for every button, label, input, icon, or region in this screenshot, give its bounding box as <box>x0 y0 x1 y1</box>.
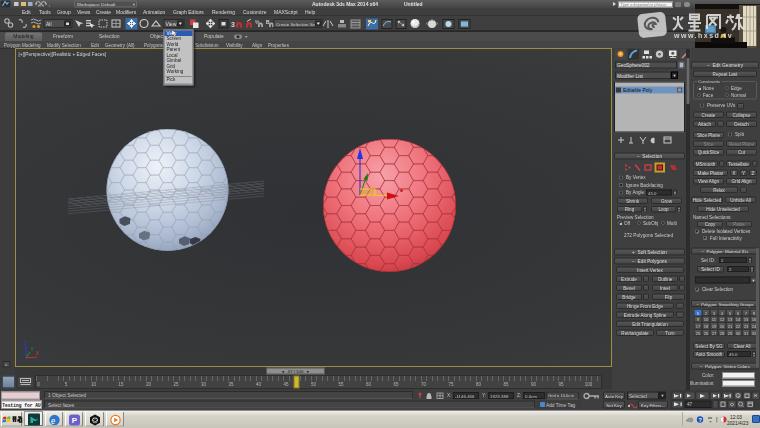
svg-text:P: P <box>72 416 78 425</box>
svg-text:2021/4/23: 2021/4/23 <box>727 421 749 426</box>
svg-text:All: All <box>46 21 52 27</box>
svg-text:e: e <box>51 416 55 426</box>
svg-text:X: X <box>36 351 39 356</box>
svg-text:47: 47 <box>687 402 693 407</box>
svg-text:3: 3 <box>231 21 235 28</box>
svg-text:12:03: 12:03 <box>730 415 742 420</box>
svg-text:www.hxsd.tv: www.hxsd.tv <box>673 32 733 39</box>
svg-text:Z: Z <box>24 341 27 346</box>
svg-text:Create Selection Se: Create Selection Se <box>276 22 316 27</box>
svg-text:View: View <box>166 21 177 27</box>
svg-text:Y: Y <box>31 347 34 352</box>
svg-text:▾: ▾ <box>49 4 51 8</box>
